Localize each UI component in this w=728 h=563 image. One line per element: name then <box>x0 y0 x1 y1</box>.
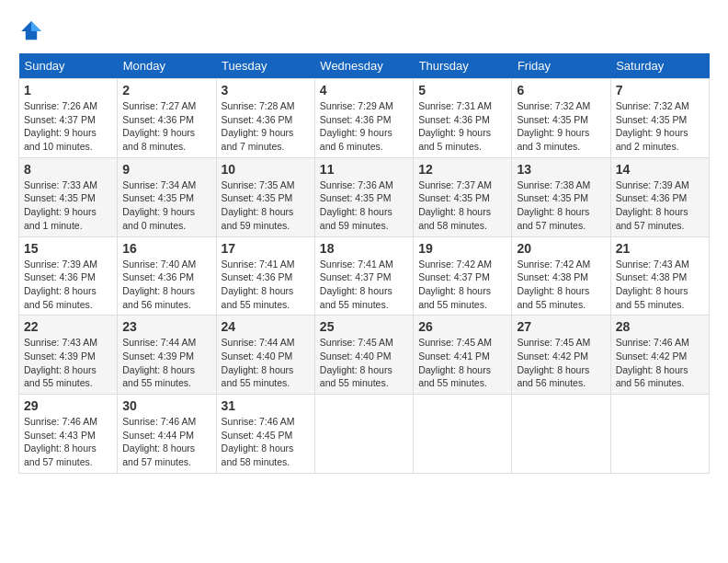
daylight-label: Daylight: 8 hours and 55 minutes. <box>616 285 688 310</box>
sunset-label: Sunset: 4:37 PM <box>320 271 392 282</box>
day-number: 7 <box>616 83 704 98</box>
day-info: Sunrise: 7:46 AM Sunset: 4:43 PM Dayligh… <box>24 415 112 469</box>
day-number: 17 <box>222 241 310 256</box>
calendar-day-cell: 28 Sunrise: 7:46 AM Sunset: 4:42 PM Dayl… <box>610 316 709 395</box>
calendar-day-cell: 25 Sunrise: 7:45 AM Sunset: 4:40 PM Dayl… <box>314 316 413 395</box>
daylight-label: Daylight: 9 hours and 10 minutes. <box>24 127 97 152</box>
daylight-label: Daylight: 8 hours and 55 minutes. <box>418 364 491 389</box>
day-number: 12 <box>418 162 506 177</box>
daylight-label: Daylight: 8 hours and 56 minutes. <box>24 285 97 310</box>
sunset-label: Sunset: 4:35 PM <box>24 192 96 203</box>
day-info: Sunrise: 7:38 AM Sunset: 4:35 PM Dayligh… <box>517 178 605 233</box>
calendar-day-cell: 21 Sunrise: 7:43 AM Sunset: 4:38 PM Dayl… <box>610 236 709 316</box>
calendar-day-header: Monday <box>118 53 216 79</box>
day-info: Sunrise: 7:32 AM Sunset: 4:35 PM Dayligh… <box>616 99 704 154</box>
sunset-label: Sunset: 4:36 PM <box>24 271 96 282</box>
sunrise-label: Sunrise: 7:34 AM <box>122 179 196 190</box>
day-info: Sunrise: 7:26 AM Sunset: 4:37 PM Dayligh… <box>24 99 112 154</box>
day-info: Sunrise: 7:41 AM Sunset: 4:36 PM Dayligh… <box>222 258 310 312</box>
sunrise-label: Sunrise: 7:46 AM <box>24 416 97 427</box>
calendar-week-row: 22 Sunrise: 7:43 AM Sunset: 4:39 PM Dayl… <box>19 316 710 395</box>
daylight-label: Daylight: 8 hours and 59 minutes. <box>320 206 392 231</box>
sunset-label: Sunset: 4:35 PM <box>616 114 688 125</box>
day-number: 4 <box>320 83 408 98</box>
day-info: Sunrise: 7:45 AM Sunset: 4:42 PM Dayligh… <box>517 336 605 390</box>
day-number: 1 <box>24 83 112 98</box>
day-info: Sunrise: 7:46 AM Sunset: 4:44 PM Dayligh… <box>122 415 210 469</box>
day-info: Sunrise: 7:34 AM Sunset: 4:35 PM Dayligh… <box>122 178 210 233</box>
day-number: 30 <box>122 398 210 413</box>
sunrise-label: Sunrise: 7:39 AM <box>24 259 97 270</box>
day-number: 22 <box>24 319 112 334</box>
day-info: Sunrise: 7:45 AM Sunset: 4:41 PM Dayligh… <box>418 336 506 390</box>
sunrise-label: Sunrise: 7:40 AM <box>122 259 196 270</box>
day-info: Sunrise: 7:42 AM Sunset: 4:37 PM Dayligh… <box>418 258 506 312</box>
calendar-day-cell: 22 Sunrise: 7:43 AM Sunset: 4:39 PM Dayl… <box>19 316 118 395</box>
sunset-label: Sunset: 4:38 PM <box>517 271 588 282</box>
sunset-label: Sunset: 4:41 PM <box>418 350 490 362</box>
day-info: Sunrise: 7:37 AM Sunset: 4:35 PM Dayligh… <box>418 178 506 233</box>
day-number: 11 <box>320 162 408 177</box>
svg-marker-1 <box>31 21 41 31</box>
sunrise-label: Sunrise: 7:35 AM <box>222 179 295 190</box>
sunrise-label: Sunrise: 7:42 AM <box>418 259 492 270</box>
sunrise-label: Sunrise: 7:41 AM <box>222 259 295 270</box>
day-info: Sunrise: 7:32 AM Sunset: 4:35 PM Dayligh… <box>517 99 605 154</box>
day-number: 24 <box>222 319 310 334</box>
daylight-label: Daylight: 8 hours and 55 minutes. <box>320 364 392 389</box>
day-number: 6 <box>517 83 605 98</box>
sunrise-label: Sunrise: 7:45 AM <box>320 337 393 348</box>
daylight-label: Daylight: 8 hours and 55 minutes. <box>418 285 491 310</box>
day-number: 23 <box>122 319 210 334</box>
sunset-label: Sunset: 4:38 PM <box>616 271 688 282</box>
sunset-label: Sunset: 4:36 PM <box>122 114 194 125</box>
calendar-day-cell: 1 Sunrise: 7:26 AM Sunset: 4:37 PM Dayli… <box>19 79 118 158</box>
daylight-label: Daylight: 8 hours and 58 minutes. <box>222 442 294 467</box>
calendar-day-cell: 20 Sunrise: 7:42 AM Sunset: 4:38 PM Dayl… <box>512 236 610 316</box>
calendar-day-header: Saturday <box>610 53 709 79</box>
calendar-day-cell <box>610 395 709 474</box>
daylight-label: Daylight: 8 hours and 59 minutes. <box>222 206 294 231</box>
day-info: Sunrise: 7:43 AM Sunset: 4:38 PM Dayligh… <box>616 258 704 312</box>
day-info: Sunrise: 7:28 AM Sunset: 4:36 PM Dayligh… <box>222 99 310 154</box>
sunset-label: Sunset: 4:36 PM <box>222 114 293 125</box>
sunset-label: Sunset: 4:37 PM <box>24 114 96 125</box>
day-number: 2 <box>122 83 210 98</box>
sunrise-label: Sunrise: 7:42 AM <box>517 259 590 270</box>
calendar-day-cell: 26 Sunrise: 7:45 AM Sunset: 4:41 PM Dayl… <box>414 316 512 395</box>
calendar-day-cell: 2 Sunrise: 7:27 AM Sunset: 4:36 PM Dayli… <box>118 79 216 158</box>
daylight-label: Daylight: 8 hours and 56 minutes. <box>517 364 589 389</box>
day-info: Sunrise: 7:44 AM Sunset: 4:39 PM Dayligh… <box>122 336 210 390</box>
daylight-label: Daylight: 8 hours and 58 minutes. <box>418 206 491 231</box>
calendar-day-cell: 3 Sunrise: 7:28 AM Sunset: 4:36 PM Dayli… <box>216 79 314 158</box>
sunrise-label: Sunrise: 7:41 AM <box>320 259 393 270</box>
sunrise-label: Sunrise: 7:39 AM <box>616 179 689 190</box>
day-number: 10 <box>222 162 310 177</box>
sunset-label: Sunset: 4:40 PM <box>320 350 392 362</box>
daylight-label: Daylight: 9 hours and 3 minutes. <box>517 127 589 152</box>
day-number: 31 <box>222 398 310 413</box>
calendar-day-cell: 13 Sunrise: 7:38 AM Sunset: 4:35 PM Dayl… <box>512 157 610 236</box>
calendar-day-cell: 15 Sunrise: 7:39 AM Sunset: 4:36 PM Dayl… <box>19 236 118 316</box>
sunrise-label: Sunrise: 7:33 AM <box>24 179 97 190</box>
sunset-label: Sunset: 4:36 PM <box>222 271 293 282</box>
calendar-day-cell: 23 Sunrise: 7:44 AM Sunset: 4:39 PM Dayl… <box>118 316 216 395</box>
day-number: 3 <box>222 83 310 98</box>
calendar-day-cell <box>414 395 512 474</box>
calendar-day-cell: 11 Sunrise: 7:36 AM Sunset: 4:35 PM Dayl… <box>314 157 413 236</box>
day-number: 14 <box>616 162 704 177</box>
day-info: Sunrise: 7:43 AM Sunset: 4:39 PM Dayligh… <box>24 336 112 390</box>
day-number: 13 <box>517 162 605 177</box>
sunrise-label: Sunrise: 7:37 AM <box>418 179 492 190</box>
sunset-label: Sunset: 4:35 PM <box>517 114 588 125</box>
day-number: 18 <box>320 241 408 256</box>
daylight-label: Daylight: 8 hours and 56 minutes. <box>616 364 688 389</box>
daylight-label: Daylight: 8 hours and 55 minutes. <box>24 364 97 389</box>
sunrise-label: Sunrise: 7:28 AM <box>222 100 295 111</box>
calendar-day-header: Thursday <box>414 53 512 79</box>
sunset-label: Sunset: 4:36 PM <box>616 192 688 203</box>
sunset-label: Sunset: 4:39 PM <box>24 350 96 362</box>
sunset-label: Sunset: 4:35 PM <box>517 192 588 203</box>
day-info: Sunrise: 7:33 AM Sunset: 4:35 PM Dayligh… <box>24 178 112 233</box>
daylight-label: Daylight: 8 hours and 55 minutes. <box>517 285 589 310</box>
